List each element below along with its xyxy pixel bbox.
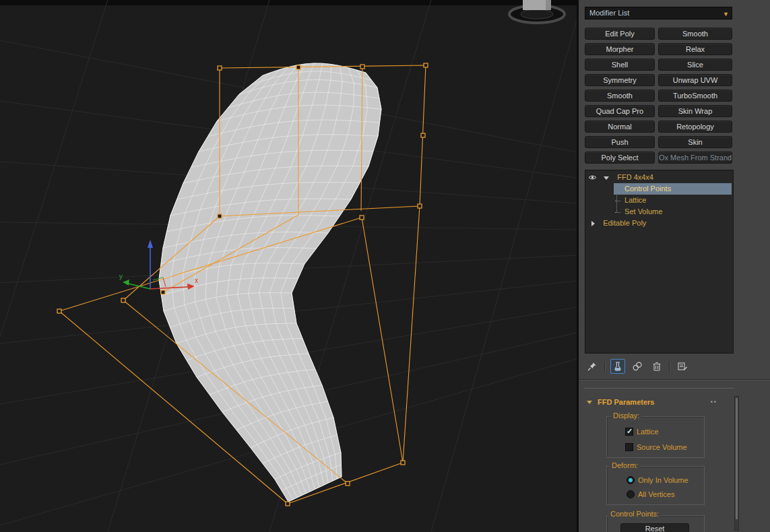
ffd-modified-mesh[interactable] bbox=[159, 63, 381, 502]
stack-item-set-volume[interactable]: Set Volume bbox=[585, 206, 733, 218]
rollout-drag-grip[interactable] bbox=[585, 388, 734, 389]
modifier-button-grid: Edit Poly Smooth Morpher Relax Shell Sli… bbox=[585, 28, 733, 164]
lattice-checkbox-label[interactable]: Lattice bbox=[637, 428, 658, 436]
source-volume-checkbox[interactable] bbox=[625, 443, 633, 451]
rollout-header-ffd-parameters[interactable]: FFD Parameters •• bbox=[585, 396, 734, 408]
stack-item-label: FFD 4x4x4 bbox=[617, 173, 653, 181]
x-axis-label: x bbox=[195, 277, 198, 284]
viewport-canvas[interactable]: y x bbox=[0, 0, 577, 532]
stack-item-label: Editable Poly bbox=[603, 219, 646, 227]
show-end-result-icon[interactable] bbox=[610, 359, 625, 374]
tree-stub bbox=[615, 201, 620, 201]
rollout-grip-dots-icon: •• bbox=[711, 396, 717, 408]
z-axis-arrowhead[interactable] bbox=[148, 240, 153, 248]
stack-item-control-points[interactable]: Control Points bbox=[585, 183, 733, 195]
collapse-triangle-icon[interactable] bbox=[604, 176, 609, 180]
y-axis-label: y bbox=[119, 273, 123, 280]
stack-item-lattice[interactable]: Lattice bbox=[585, 195, 733, 206]
stack-item-ffd-4x4x4[interactable]: FFD 4x4x4 bbox=[585, 172, 733, 183]
tree-stub bbox=[615, 212, 620, 213]
modifier-button-normal[interactable]: Normal bbox=[585, 121, 655, 133]
viewport-top-edge bbox=[0, 0, 577, 5]
modifier-button-morpher[interactable]: Morpher bbox=[585, 43, 655, 55]
reset-button[interactable]: Reset bbox=[620, 523, 689, 532]
modifier-button-skin[interactable]: Skin bbox=[658, 136, 732, 148]
toolbar-separator bbox=[669, 362, 670, 372]
modifier-button-symmetry[interactable]: Symmetry bbox=[585, 74, 655, 86]
stack-item-label: Lattice bbox=[624, 196, 646, 204]
modifier-button-retopology[interactable]: Retopology bbox=[658, 121, 732, 133]
expand-triangle-icon[interactable] bbox=[591, 221, 595, 226]
stack-toolbar bbox=[585, 358, 734, 374]
panel-divider bbox=[579, 379, 770, 380]
toolbar-separator bbox=[604, 362, 606, 372]
modifier-button-smooth[interactable]: Smooth bbox=[658, 28, 732, 40]
deform-group-box bbox=[606, 466, 705, 505]
make-unique-icon[interactable] bbox=[630, 359, 645, 374]
command-panel: Modifier List ▼ Edit Poly Smooth Morpher… bbox=[577, 0, 770, 532]
modifier-list-label: Modifier List bbox=[589, 9, 629, 17]
panel-scrollbar-thumb[interactable] bbox=[736, 398, 738, 519]
remove-modifier-icon[interactable] bbox=[649, 359, 664, 374]
pin-stack-icon[interactable] bbox=[585, 359, 600, 374]
modifier-list-dropdown[interactable]: Modifier List ▼ bbox=[585, 7, 732, 20]
stack-item-label: Control Points bbox=[624, 185, 671, 193]
modifier-button-poly-select[interactable]: Poly Select bbox=[585, 152, 655, 164]
modifier-button-skin-wrap[interactable]: Skin Wrap bbox=[658, 105, 732, 117]
modifier-button-relax[interactable]: Relax bbox=[658, 43, 732, 55]
display-group-label: Display: bbox=[611, 411, 641, 420]
all-vertices-radio-label[interactable]: All Vertices bbox=[638, 490, 674, 499]
application-window: y x Modifier List ▼ Edit Poly Smooth Mor… bbox=[0, 0, 770, 532]
modifier-button-shell[interactable]: Shell bbox=[585, 59, 655, 71]
modifier-button-edit-poly[interactable]: Edit Poly bbox=[585, 28, 655, 40]
modifier-button-ox-mesh-from-strand: Ox Mesh From Strand bbox=[658, 152, 732, 164]
all-vertices-radio[interactable] bbox=[627, 490, 635, 498]
modifier-button-push[interactable]: Push bbox=[585, 136, 655, 148]
configure-modifier-sets-icon[interactable] bbox=[675, 359, 690, 374]
lattice-checkbox[interactable] bbox=[625, 428, 633, 436]
modifier-button-unwrap-uvw[interactable]: Unwrap UVW bbox=[658, 74, 732, 86]
chevron-down-icon[interactable]: ▼ bbox=[723, 9, 729, 20]
modifier-button-slice[interactable]: Slice bbox=[658, 59, 732, 71]
stack-item-editable-poly[interactable]: Editable Poly bbox=[585, 218, 733, 229]
modifier-button-quad-cap-pro[interactable]: Quad Cap Pro bbox=[585, 105, 655, 117]
viewport-3d[interactable]: y x bbox=[0, 0, 577, 532]
rollout-open-arrow-icon bbox=[587, 401, 592, 404]
modifier-button-turbosmooth[interactable]: TurboSmooth bbox=[658, 90, 732, 102]
modifier-button-smooth-2[interactable]: Smooth bbox=[585, 90, 655, 102]
modifier-stack: FFD 4x4x4 Control Points Lattice Set Vol… bbox=[585, 170, 734, 354]
rollout-title: FFD Parameters bbox=[598, 398, 654, 406]
source-volume-checkbox-label[interactable]: Source Volume bbox=[637, 443, 687, 452]
stack-item-label: Set Volume bbox=[624, 207, 662, 215]
control-points-group-label: Control Points: bbox=[608, 510, 661, 519]
helper-box-side bbox=[546, 0, 551, 10]
y-axis-arrowhead[interactable] bbox=[123, 279, 129, 286]
only-in-volume-radio-label[interactable]: Only In Volume bbox=[638, 476, 688, 485]
deform-group-label: Deform: bbox=[610, 461, 640, 470]
only-in-volume-radio[interactable] bbox=[627, 476, 635, 484]
panel-scrollbar[interactable] bbox=[734, 396, 739, 531]
visibility-eye-icon[interactable] bbox=[588, 172, 597, 184]
